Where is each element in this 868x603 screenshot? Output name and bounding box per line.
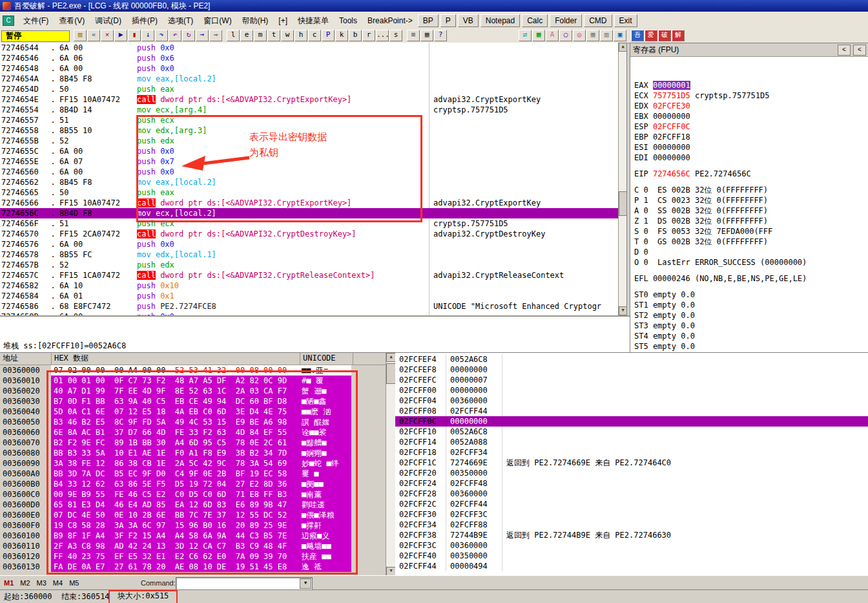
window-button-P[interactable]: P — [322, 30, 335, 41]
stack-row[interactable]: 02FCFEF800000000 — [395, 365, 868, 375]
dump-tab-m3[interactable]: M3 — [37, 579, 46, 587]
register-line[interactable]: P 1 CS 0023 32位 0(FFFFFFFF) — [634, 195, 865, 206]
register-line[interactable]: T 0 GS 002B 32位 0(FFFFFFFF) — [634, 237, 865, 247]
stack-row[interactable]: 02FCFF3872744B9E返回到 PE2.72744B9E 来自 PE2.… — [395, 530, 868, 540]
register-line[interactable]: D 0 — [634, 247, 865, 257]
disasm-row[interactable]: 7274655E.6A 07push 0x7 — [0, 156, 626, 167]
scroll-down-icon[interactable]: ▼ — [386, 567, 396, 576]
stack-row[interactable]: 02FCFF4000350000 — [395, 551, 868, 561]
menu-button-folder[interactable]: Folder — [550, 14, 582, 27]
stack-row[interactable]: 02FCFF3002FCFF3C — [395, 509, 868, 520]
window-button-dotdotdot[interactable]: ... — [376, 30, 389, 41]
register-line[interactable]: ST0 empty 0.0 — [634, 290, 865, 300]
stack-row[interactable]: 02FCFF2C02FCFF44 — [395, 499, 868, 509]
hexdump-row[interactable]: 003600903A 38 FE 12 86 38 CB 1E 2A 5C 42… — [0, 458, 386, 469]
disasm-row[interactable]: 7274655B.52push edx — [0, 136, 626, 146]
disasm-row[interactable]: 72746546.6A 06push 0x6 — [0, 53, 626, 63]
disasm-row[interactable]: 72746557.51push ecx — [0, 115, 626, 125]
hexdump-row[interactable]: 00360120FF 40 23 75 EF E5 32 E1 E2 C6 62… — [0, 551, 386, 562]
hexdump-row[interactable]: 003600606E 8A AC B1 37 D7 66 4D FE 33 F2… — [0, 427, 386, 438]
disasm-row[interactable]: 7274656C.8B4D F8mov ecx,[local.2] — [0, 208, 626, 218]
menu-item[interactable]: 查看(V) — [54, 14, 90, 27]
menu-item[interactable]: 窗口(W) — [198, 14, 236, 27]
menu-button-bp[interactable]: BP — [418, 14, 439, 27]
column-header-hex[interactable]: HEX 数据 — [52, 353, 300, 365]
menu-item[interactable]: 选项(T) — [163, 14, 198, 27]
disasm-row[interactable]: 72746578.8B55 FCmov edx,[local.1] — [0, 249, 626, 260]
disasm-scrollbar[interactable]: ▲ ▼ — [618, 43, 626, 315]
register-line[interactable]: ST5 empty 0.0 — [634, 341, 865, 352]
restart-icon[interactable]: « — [87, 30, 100, 41]
hexdump-row[interactable]: 003601102F A3 C8 98 AD 42 24 13 3D 12 CA… — [0, 541, 386, 551]
hexdump-row[interactable]: 00360080BB B3 33 5A 10 E1 AE 1E F0 A1 F8… — [0, 448, 386, 458]
register-line[interactable]: EBP 02FCFF18 — [634, 132, 865, 142]
hexdump-scroll-thumb[interactable] — [386, 363, 396, 384]
stack-row[interactable]: 02FCFF0802FCFF44 — [395, 406, 868, 416]
dump-tab-m1[interactable]: M1 — [4, 579, 14, 587]
hexdump-row[interactable]: 00360130FA DE 0A E7 27 61 78 20 AE 08 10… — [0, 562, 386, 572]
hexdump-row[interactable]: 00360050B3 46 B2 E5 8C 9F FD 5A 49 4C 53… — [0, 417, 386, 427]
hexdump-row[interactable]: 003600C000 9E B9 55 FE 46 C5 E2 C0 D5 C0… — [0, 489, 386, 500]
pause-icon[interactable]: ▮ — [128, 30, 141, 41]
window-button-s[interactable]: s — [389, 30, 402, 41]
menu-item[interactable]: 插件(P) — [127, 14, 163, 27]
disasm-row[interactable]: 7274656F.51push ecxcryptsp.757751D5 — [0, 218, 626, 229]
disasm-row[interactable]: 72746554.8B4D 14mov ecx,[arg.4]cryptsp.7… — [0, 105, 626, 115]
stack-row[interactable]: 02FCFF2800360000 — [395, 489, 868, 499]
disasm-row[interactable]: 72746566.FF15 10A07472call dword ptr ds:… — [0, 198, 626, 208]
menu-button-vb[interactable]: VB — [458, 14, 479, 27]
hexdump-row[interactable]: 003600E007 DC 4E 50 0E 10 2B 6E BB 7C 7E… — [0, 510, 386, 520]
disasm-row[interactable]: 7274654A.8B45 F8mov eax,[local.2] — [0, 74, 626, 84]
hexdump-row[interactable]: 003600405D 0A C1 6E 07 12 E5 18 4A EB C0… — [0, 407, 386, 417]
disasm-row[interactable]: 72746560.6A 00push 0x0 — [0, 167, 626, 177]
menu-button-cmd[interactable]: CMD — [584, 14, 612, 27]
help-icon[interactable]: ? — [434, 30, 447, 41]
window-button-e[interactable]: e — [240, 30, 253, 41]
hexdump-row[interactable]: 003600F019 C8 58 28 3A 3A 6C 97 15 96 B0… — [0, 520, 386, 531]
brand-jie-icon[interactable]: 解 — [672, 30, 685, 41]
register-line[interactable]: Z 1 DS 002B 32位 0(FFFFFFFF) — [634, 216, 865, 226]
stack-row[interactable]: 02FCFF2402FCFF48 — [395, 478, 868, 489]
run-icon[interactable]: ▶ — [114, 30, 127, 41]
scroll-up-icon[interactable]: ▲ — [386, 353, 396, 362]
log-window-icon[interactable]: ≡ — [407, 30, 420, 41]
assembler-icon[interactable]: A — [546, 30, 559, 41]
stack-row[interactable]: 02FCFF0000000000 — [395, 385, 868, 396]
hexdump-row[interactable]: 00360070B2 F2 9E FC 89 1B BB 30 A4 6D 95… — [0, 438, 386, 448]
stack-row[interactable]: 02FCFF2000350000 — [395, 468, 868, 478]
register-line[interactable]: ECX 757751D5 cryptsp.757751D5 — [634, 90, 865, 101]
menu-button-p[interactable]: P — [440, 14, 456, 27]
disasm-row[interactable]: 72746586.68 E8FC7472push PE2.7274FCE8UNI… — [0, 301, 626, 312]
memory-map-icon[interactable]: ▦ — [420, 30, 433, 41]
screen-icon[interactable]: ▣ — [614, 30, 626, 41]
menu-button-exit[interactable]: Exit — [614, 14, 637, 27]
disasm-row[interactable]: 72746562.8B45 F8mov eax,[local.2] — [0, 177, 626, 187]
collapse-left-icon[interactable]: < — [838, 45, 851, 56]
register-line[interactable]: O 0 LastErr ERROR_SUCCESS (00000000) — [634, 257, 865, 268]
disasm-scroll-thumb[interactable] — [619, 191, 627, 216]
hexdump-row[interactable]: 0036000007 02 00 00 00 A4 00 00 52 53 41… — [0, 365, 386, 376]
hexdump-row[interactable]: 0036001001 00 01 00 0F C7 73 F2 48 A7 A5… — [0, 376, 386, 386]
menu-item[interactable]: 帮助(H) — [237, 14, 274, 27]
execute-till-return-icon[interactable]: → — [196, 30, 209, 41]
register-line[interactable]: ESP 02FCFF0C — [634, 122, 865, 132]
close-icon[interactable]: × — [101, 30, 114, 41]
disasm-row[interactable]: 7274654E.FF15 10A07472call dword ptr ds:… — [0, 94, 626, 105]
stack-row[interactable]: 02FCFF100052A6C8 — [395, 427, 868, 437]
dump-tab-m2[interactable]: M2 — [20, 579, 30, 587]
stack-row[interactable]: 02FCFF3C00360000 — [395, 540, 868, 551]
stack-row[interactable]: 02FCFF1802FCFF34 — [395, 447, 868, 458]
hexdump-row[interactable]: 003600A0BB 3D 7A DC B5 EC 9F D0 C4 9F 0E… — [0, 469, 386, 479]
window-button-m[interactable]: m — [254, 30, 267, 41]
window-button-k[interactable]: k — [335, 30, 348, 41]
command-input[interactable]: ▼ — [176, 577, 313, 590]
stack-row[interactable]: 02FCFF140052A088 — [395, 437, 868, 447]
ring-icon[interactable]: ○ — [559, 30, 572, 41]
window-button-h[interactable]: h — [294, 30, 307, 41]
stack-row[interactable]: 02FCFF0400360000 — [395, 396, 868, 406]
column-header-unicode[interactable]: UNICODE — [300, 353, 353, 365]
disasm-row[interactable]: 72746565.50push eax — [0, 187, 626, 198]
window-button-w[interactable]: w — [281, 30, 294, 41]
step-into-icon[interactable]: ↓ — [141, 30, 154, 41]
register-line[interactable]: EDI 00000000 — [634, 153, 865, 163]
